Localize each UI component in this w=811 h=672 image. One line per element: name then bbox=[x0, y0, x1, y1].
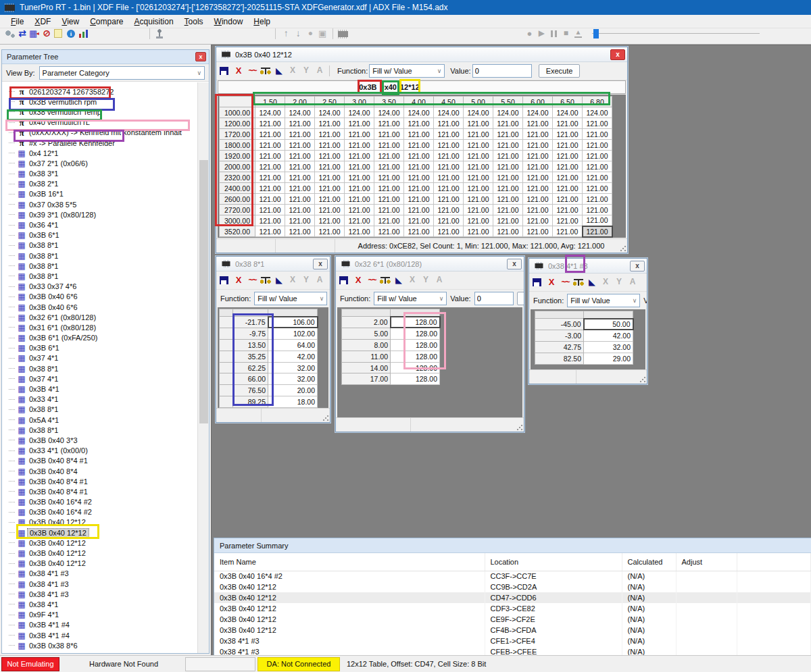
grid-cell[interactable]: 121.00 bbox=[493, 194, 523, 205]
value-cell[interactable]: 128.00 bbox=[391, 351, 440, 362]
summary-column-item-name[interactable]: Item Name bbox=[214, 553, 485, 571]
grid-cell[interactable]: 124.00 bbox=[583, 107, 612, 118]
grid-cell[interactable]: 121.00 bbox=[434, 194, 464, 205]
grid-cell[interactable]: 121.00 bbox=[583, 140, 612, 151]
grid-cell[interactable]: 121.00 bbox=[434, 215, 464, 226]
grid-cell[interactable]: 121.00 bbox=[285, 194, 315, 205]
window-titlebar[interactable]: 0x38 8*1x bbox=[216, 257, 330, 272]
tree-item[interactable]: ▦0x38 8*1 bbox=[2, 251, 197, 261]
wave-icon[interactable] bbox=[366, 275, 378, 286]
grid-cell[interactable]: 121.00 bbox=[583, 194, 612, 205]
grid-cell[interactable]: 121.00 bbox=[285, 205, 315, 215]
column-header[interactable]: 4.50 bbox=[434, 97, 464, 107]
triangle-a-icon[interactable] bbox=[393, 275, 405, 286]
tree-item[interactable]: ▦0x37 4*1 bbox=[2, 353, 197, 363]
value-cell[interactable]: 128.00 bbox=[391, 373, 440, 385]
gray-x-icon[interactable] bbox=[599, 277, 612, 288]
column-header[interactable]: 2.00 bbox=[285, 97, 315, 107]
grid-cell[interactable]: 121.00 bbox=[553, 226, 583, 237]
grid-cell[interactable]: 121.00 bbox=[493, 161, 523, 172]
arrow-up-icon[interactable] bbox=[280, 28, 292, 39]
grid-cell[interactable]: 121.00 bbox=[404, 194, 434, 205]
grid-cell[interactable]: 121.00 bbox=[464, 129, 493, 140]
red-x-icon[interactable] bbox=[232, 275, 245, 286]
tree-item[interactable]: ▦0x3B 0x40 6*6 bbox=[2, 302, 197, 312]
summary-row[interactable]: 0x3B 0x40 12*12CD47->CDD6(N/A) bbox=[214, 592, 811, 603]
grid-cell[interactable]: 121.00 bbox=[285, 129, 315, 140]
row-header[interactable]: 82.50 bbox=[535, 353, 584, 364]
tree-item[interactable]: ▦0x3B 0x40 16*4 #2 bbox=[2, 507, 197, 517]
floppy-icon[interactable] bbox=[532, 277, 544, 288]
menu-acquisition[interactable]: Acquisition bbox=[129, 16, 179, 28]
bar-chart-icon[interactable] bbox=[77, 28, 89, 39]
grid-cell[interactable]: 124.00 bbox=[523, 107, 553, 118]
play-icon[interactable] bbox=[535, 28, 547, 39]
grid-cell[interactable]: 121.00 bbox=[345, 118, 374, 129]
tree-item[interactable]: ▦0x33 0x37 4*6 bbox=[2, 282, 197, 292]
red-x-icon[interactable] bbox=[352, 275, 364, 286]
grid-cell[interactable]: 121.00 bbox=[553, 194, 583, 205]
grid-cell[interactable]: 124.00 bbox=[374, 107, 404, 118]
tree-item[interactable]: ▦0x38 4*1 #3 bbox=[2, 589, 197, 599]
stop-sign-icon[interactable] bbox=[41, 28, 53, 39]
grid-cell[interactable]: 121.00 bbox=[434, 118, 464, 129]
column-header[interactable]: 1.50 bbox=[255, 97, 285, 107]
tree-item[interactable]: ▦0x3B 0x40 16*4 #2 bbox=[2, 497, 197, 507]
tree-item[interactable]: ▦0x3B 0x40 12*12 bbox=[2, 527, 197, 538]
triangle-a-icon[interactable] bbox=[586, 277, 598, 288]
tree-item[interactable]: ▦0x31 6*1 (0x80/128) bbox=[2, 322, 197, 332]
tree-item[interactable]: ▦0x3B 0x40 8*4 #1 bbox=[2, 476, 197, 486]
grid-cell[interactable]: 121.00 bbox=[553, 205, 583, 215]
tree-item[interactable]: ▦0x37 0x38 5*5 bbox=[2, 199, 197, 209]
tree-item[interactable]: ▦0x37 2*1 (0x06/6) bbox=[2, 158, 197, 168]
grid-cell[interactable]: 121.00 bbox=[493, 226, 523, 237]
grid-cell[interactable]: 121.00 bbox=[464, 215, 493, 226]
column-header[interactable]: 2.50 bbox=[315, 97, 345, 107]
close-icon[interactable]: x bbox=[195, 52, 206, 61]
grid-cell[interactable]: 121.00 bbox=[523, 161, 553, 172]
triangle-a-icon[interactable] bbox=[273, 275, 285, 286]
grid-cell[interactable]: 121.00 bbox=[464, 151, 493, 161]
value-cell[interactable]: 128.00 bbox=[391, 317, 440, 328]
tree-item[interactable]: ▦0x3B 0x40 8*4 bbox=[2, 466, 197, 476]
view-by-dropdown[interactable]: Parameter Category ∨ bbox=[39, 66, 205, 80]
grid-cell[interactable]: 121.00 bbox=[583, 205, 612, 215]
red-x-icon[interactable] bbox=[545, 277, 558, 288]
tree-item[interactable]: ▦0x3B 0x38 8*6 bbox=[2, 640, 197, 650]
web-info-icon[interactable] bbox=[65, 28, 77, 39]
grid-cell[interactable]: 121.00 bbox=[464, 118, 493, 129]
resize-grip[interactable] bbox=[620, 245, 626, 252]
wave-icon[interactable] bbox=[246, 66, 258, 76]
grid-cell[interactable]: 121.00 bbox=[285, 226, 315, 237]
arrow-down-icon[interactable] bbox=[292, 28, 304, 39]
grid-cell[interactable]: 121.00 bbox=[374, 183, 404, 194]
menu-help[interactable]: Help bbox=[248, 16, 276, 28]
tree-item[interactable]: ▦0x3B 0x40 12*12 bbox=[2, 517, 197, 527]
row-header[interactable]: -21.75 bbox=[233, 317, 268, 328]
scales-icon[interactable] bbox=[260, 66, 272, 76]
summary-column-calculated[interactable]: Calculated bbox=[622, 553, 676, 571]
pause-icon[interactable] bbox=[547, 28, 560, 39]
tree-item[interactable]: ▦0x38 8*1 bbox=[2, 271, 197, 281]
grid-cell[interactable]: 121.00 bbox=[255, 215, 285, 226]
grid-cell[interactable]: 121.00 bbox=[523, 140, 553, 151]
row-header[interactable]: 17.00 bbox=[342, 373, 391, 385]
function-dropdown[interactable]: Fill w/ Value∨ bbox=[254, 292, 327, 305]
grid-cell[interactable]: 121.00 bbox=[523, 205, 553, 215]
gray-x-icon[interactable] bbox=[287, 275, 299, 286]
tree-item[interactable]: ▦0x3B 4*1 #4 bbox=[2, 630, 197, 640]
wave-icon[interactable] bbox=[246, 275, 258, 286]
grid-cell[interactable]: 121.00 bbox=[523, 215, 553, 226]
row-header[interactable]: 1200.00 bbox=[220, 118, 255, 129]
tree-item[interactable]: ▦0x38 8*1 bbox=[2, 425, 197, 435]
floppy-icon[interactable] bbox=[219, 275, 231, 286]
grid-cell[interactable]: 121.00 bbox=[315, 151, 345, 161]
value-cell[interactable]: 20.00 bbox=[268, 385, 318, 396]
value-input[interactable] bbox=[474, 292, 514, 305]
row-header[interactable]: 3000.00 bbox=[220, 215, 255, 226]
grid-cell[interactable]: 121.00 bbox=[434, 183, 464, 194]
column-header[interactable]: 3.50 bbox=[374, 97, 404, 107]
gray-y-icon[interactable] bbox=[300, 275, 312, 286]
summary-column-location[interactable]: Location bbox=[485, 553, 622, 571]
grid-cell[interactable]: 121.00 bbox=[553, 118, 583, 129]
